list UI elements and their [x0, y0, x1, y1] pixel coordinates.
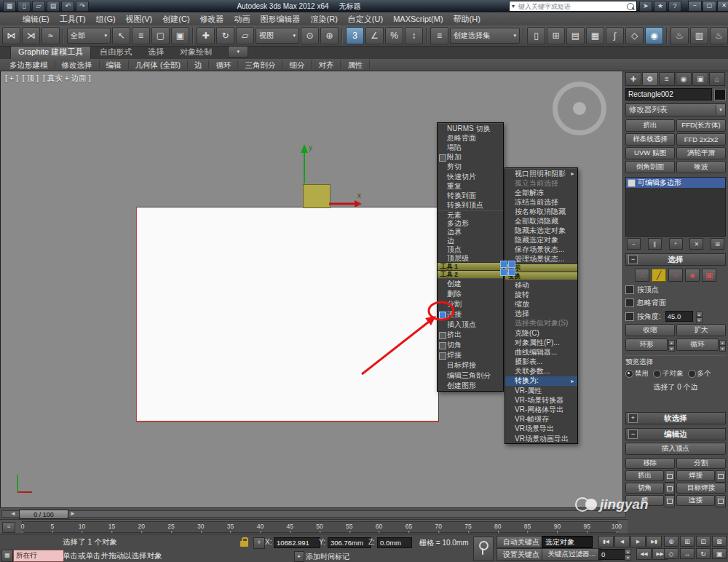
time-tag-icon[interactable]: [294, 551, 304, 562]
chamfer-button[interactable]: 切角: [625, 483, 675, 494]
quad-menu-item[interactable]: 焊接: [438, 350, 503, 360]
quad-menu-item[interactable]: 旋转: [505, 290, 577, 299]
ribbon-section[interactable]: 对齐: [312, 60, 341, 69]
orbit-button[interactable]: ↻: [696, 548, 711, 559]
modifier-button[interactable]: 倒角剖面: [625, 161, 675, 173]
modify-panel-tab[interactable]: ⚙: [642, 72, 658, 86]
selection-filter-dropdown[interactable]: 全部▾: [67, 28, 111, 44]
quad-menu-item-connect[interactable]: 连接: [438, 309, 503, 320]
extrude-button[interactable]: 挤出: [625, 470, 675, 481]
show-end-result-icon[interactable]: ∥: [648, 238, 662, 250]
quad-menu-item[interactable]: 全部解冻: [505, 188, 577, 197]
zoom-extents-all-button[interactable]: ⊠: [712, 536, 727, 547]
select-object-icon[interactable]: ↖: [112, 27, 130, 44]
zoom-all-button[interactable]: ⊞: [680, 536, 695, 547]
by-angle-checkbox[interactable]: [625, 312, 634, 321]
rollout-selection[interactable]: 选择: [625, 253, 726, 266]
preview-disable-radio[interactable]: 禁用: [625, 369, 649, 379]
modifier-button[interactable]: 挤出: [625, 119, 675, 132]
communication-center-icon[interactable]: ➤: [639, 1, 652, 12]
use-pivot-center-icon[interactable]: ⊙: [301, 27, 319, 44]
settings-box-icon[interactable]: [665, 495, 675, 507]
quad-menu-item[interactable]: 孤立当前选择: [505, 178, 577, 188]
quad-menu-item[interactable]: 克隆(C): [505, 328, 577, 338]
named-selection-sets-combo[interactable]: 创建选择集▾: [450, 28, 520, 44]
loop-spinner[interactable]: [719, 340, 726, 350]
frame-spinner[interactable]: [625, 549, 631, 559]
quad-menu-item[interactable]: 移动: [505, 280, 577, 290]
preview-multiple-radio[interactable]: 多个: [688, 369, 711, 379]
bridge-button[interactable]: 桥: [625, 495, 675, 506]
quad-menu-item[interactable]: 按名称取消隐藏: [505, 207, 577, 216]
percent-snap-icon[interactable]: %: [385, 27, 403, 44]
select-and-link-icon[interactable]: ⋈: [2, 27, 20, 44]
make-unique-icon[interactable]: *: [669, 238, 683, 250]
go-to-end-button[interactable]: ▶▮: [646, 536, 662, 547]
menu-item[interactable]: 渲染(R): [306, 12, 343, 25]
search-icon[interactable]: [627, 3, 634, 10]
layer-manager-icon[interactable]: ▤: [566, 27, 585, 44]
ribbon-toggle-icon[interactable]: ▦: [586, 27, 604, 44]
ribbon-section[interactable]: 三角剖分: [238, 60, 282, 69]
menu-item[interactable]: 视图(V): [121, 12, 158, 25]
by-vertex-checkbox[interactable]: 按顶点: [625, 285, 726, 295]
preview-subobject-radio[interactable]: 子对象: [653, 369, 684, 379]
collapse-icon[interactable]: [628, 430, 638, 439]
radio-icon[interactable]: [653, 370, 661, 378]
y-coordinate-field[interactable]: 306.76mm: [328, 537, 371, 548]
quad-menu-item[interactable]: 保存场景状态...: [505, 245, 577, 254]
quad-menu-item[interactable]: 转换为:►: [505, 376, 577, 386]
field-of-view-button[interactable]: ◇: [664, 548, 678, 559]
vertex-subobject-icon[interactable]: ∴: [635, 269, 649, 282]
quad-menu-item[interactable]: 转换到面: [438, 191, 503, 200]
quad-menu-item[interactable]: 隐藏未选定对象: [505, 226, 577, 235]
viewport-label[interactable]: [ 真实 + 边面 ]: [43, 74, 91, 84]
ribbon-section[interactable]: 边: [188, 60, 210, 69]
quad-menu-item[interactable]: VR-帧缓存: [505, 415, 577, 424]
settings-box-icon[interactable]: [439, 154, 446, 162]
ribbon-section[interactable]: 循环: [209, 60, 238, 69]
hierarchy-panel-tab[interactable]: ≡: [659, 72, 675, 86]
radio-icon[interactable]: [625, 370, 633, 378]
select-and-move-icon[interactable]: ✚: [197, 27, 215, 44]
undo-icon[interactable]: ↶: [61, 1, 74, 12]
previous-frame-button[interactable]: ◀: [614, 536, 630, 547]
select-by-name-icon[interactable]: ≡: [132, 27, 150, 44]
settings-box-icon[interactable]: [439, 352, 446, 360]
modifier-button[interactable]: FFD 2x2x2: [676, 133, 726, 146]
menu-item[interactable]: 自定义(U): [343, 12, 388, 25]
quad-menu-item[interactable]: 目标焊接: [438, 360, 503, 371]
auto-key-button[interactable]: 自动关键点: [496, 536, 546, 548]
maxscript-listener-icon[interactable]: [1, 550, 13, 562]
quad-menu-item[interactable]: VR-场景转换器: [505, 395, 577, 405]
quad-menu-item[interactable]: 全部取消隐藏: [505, 216, 577, 226]
chevron-down-icon[interactable]: [716, 105, 725, 115]
new-scene-icon[interactable]: ▯: [17, 1, 31, 12]
quad-menu-item[interactable]: 关联参数...: [505, 367, 577, 376]
viewport-label[interactable]: [ + ]: [5, 74, 18, 84]
menu-item[interactable]: 修改器: [195, 12, 229, 25]
quad-menu-item[interactable]: 重复: [438, 181, 503, 191]
quad-menu-item[interactable]: 挤出: [438, 330, 503, 340]
modifier-stack[interactable]: 可编辑多边形: [625, 177, 726, 237]
quad-menu-item[interactable]: 曲线编辑器...: [505, 347, 577, 357]
curve-editor-icon[interactable]: ∫: [606, 27, 624, 44]
app-menu-icon[interactable]: ▦: [3, 1, 16, 12]
viewport-label[interactable]: [ 顶 ]: [23, 74, 39, 84]
edit-named-selections-icon[interactable]: ≡: [430, 27, 448, 44]
quad-menu-item[interactable]: 剪切: [438, 162, 503, 172]
angle-spinner[interactable]: [696, 312, 703, 322]
modifier-list-dropdown[interactable]: 修改器列表: [625, 103, 726, 116]
quad-menu-item[interactable]: 附加: [438, 153, 503, 162]
ribbon-section[interactable]: 属性: [341, 60, 370, 69]
time-slider-handle[interactable]: 0 / 100: [19, 510, 68, 519]
window-crossing-icon[interactable]: ▣: [171, 27, 189, 44]
z-coordinate-field[interactable]: 0.0mm: [377, 537, 412, 548]
remove-button[interactable]: 移除: [625, 458, 675, 469]
viewcube-inner[interactable]: [573, 102, 586, 115]
quad-menu-item[interactable]: 忽略背面: [438, 133, 503, 143]
go-to-start-button[interactable]: ▮◀: [598, 536, 614, 547]
favorites-icon[interactable]: ★: [654, 1, 667, 12]
ribbon-section[interactable]: 修改选择: [55, 60, 100, 69]
select-and-scale-icon[interactable]: ▱: [236, 27, 254, 44]
